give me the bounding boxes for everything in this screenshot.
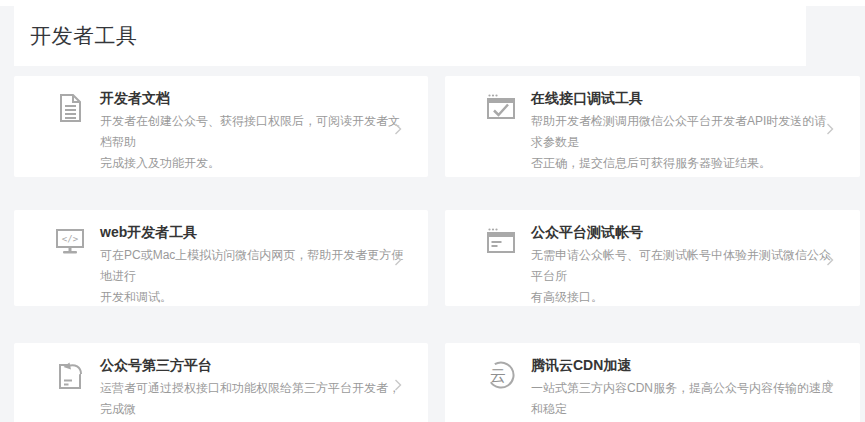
card-desc: 帮助开发者检测调用微信公众平台开发者API时发送的请求参数是 否正确，提交信息后… bbox=[531, 111, 836, 174]
chevron-right-icon bbox=[394, 252, 402, 264]
chevron-right-icon bbox=[394, 377, 402, 389]
card-title: web开发者工具 bbox=[100, 223, 404, 242]
cloud-icon: 云 bbox=[485, 359, 517, 391]
chevron-right-icon bbox=[826, 121, 834, 133]
card-title: 公众平台测试帐号 bbox=[531, 223, 836, 242]
card-web-devtools[interactable]: </> web开发者工具 可在PC或Mac上模拟访问微信内网页，帮助开发者更方便… bbox=[14, 210, 428, 306]
svg-text:云: 云 bbox=[490, 367, 506, 384]
window-check-icon bbox=[485, 92, 517, 124]
page-title: 开发者工具 bbox=[30, 22, 138, 50]
svg-text:</>: </> bbox=[62, 234, 79, 244]
card-third-party-platform[interactable]: 公众号第三方平台 运营者可通过授权接口和功能权限给第三方平台开发者，完成微 信公… bbox=[14, 343, 428, 422]
chevron-right-icon bbox=[826, 252, 834, 264]
card-title: 在线接口调试工具 bbox=[531, 89, 836, 108]
monitor-code-icon: </> bbox=[54, 226, 86, 258]
document-icon bbox=[54, 92, 86, 124]
card-desc: 一站式第三方内容CDN服务，提高公众号内容传输的速度和稳定 性，提升用户体验。 bbox=[531, 378, 836, 422]
card-tencent-cloud-cdn[interactable]: 云 腾讯云CDN加速 一站式第三方内容CDN服务，提高公众号内容传输的速度和稳定… bbox=[445, 343, 860, 422]
card-title: 腾讯云CDN加速 bbox=[531, 356, 836, 375]
document-arrow-icon bbox=[54, 359, 86, 391]
chevron-right-icon bbox=[394, 121, 402, 133]
card-desc: 开发者在创建公众号、获得接口权限后，可阅读开发者文档帮助 完成接入及功能开发。 bbox=[100, 111, 404, 174]
window-text-icon bbox=[485, 226, 517, 258]
card-desc: 运营者可通过授权接口和功能权限给第三方平台开发者，完成微 信公众号的功能开发和运… bbox=[100, 378, 404, 422]
card-title: 开发者文档 bbox=[100, 89, 404, 108]
card-desc: 可在PC或Mac上模拟访问微信内网页，帮助开发者更方便地进行 开发和调试。 bbox=[100, 245, 404, 308]
card-title: 公众号第三方平台 bbox=[100, 356, 404, 375]
card-test-account[interactable]: 公众平台测试帐号 无需申请公众帐号、可在测试帐号中体验并测试微信公众平台所 有高… bbox=[445, 210, 860, 306]
page-header: 开发者工具 bbox=[14, 6, 806, 66]
card-desc: 无需申请公众帐号、可在测试帐号中体验并测试微信公众平台所 有高级接口。 bbox=[531, 245, 836, 308]
chevron-right-icon bbox=[826, 377, 834, 389]
card-developer-docs[interactable]: 开发者文档 开发者在创建公众号、获得接口权限后，可阅读开发者文档帮助 完成接入及… bbox=[14, 76, 428, 177]
card-online-api-debug[interactable]: 在线接口调试工具 帮助开发者检测调用微信公众平台开发者API时发送的请求参数是 … bbox=[445, 76, 860, 177]
